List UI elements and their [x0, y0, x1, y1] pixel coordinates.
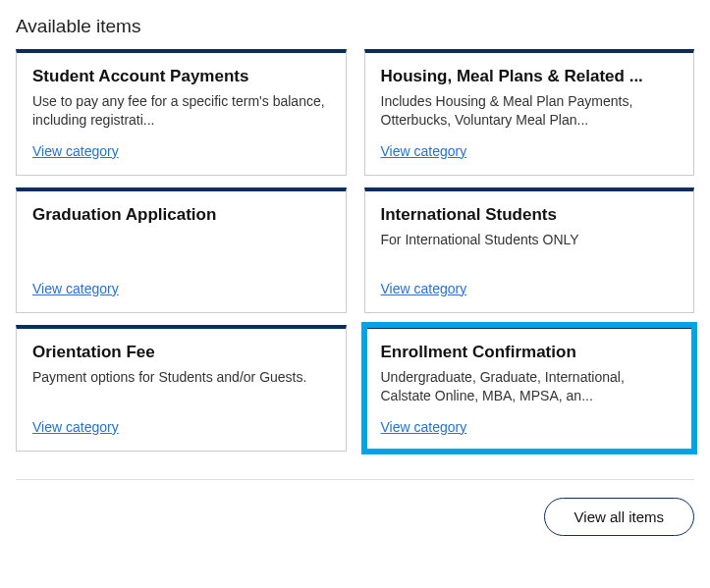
card-graduation-application: Graduation Application View category — [16, 187, 347, 313]
divider — [16, 479, 694, 480]
view-all-items-button[interactable]: View all items — [544, 498, 694, 536]
card-orientation-fee: Orientation Fee Payment options for Stud… — [16, 325, 347, 452]
card-title: Orientation Fee — [32, 343, 330, 362]
view-category-link[interactable]: View category — [381, 281, 467, 296]
available-items-section: Available items Student Account Payments… — [16, 16, 694, 536]
card-housing-meal-plans: Housing, Meal Plans & Related ... Includ… — [364, 49, 695, 176]
card-description: For International Students ONLY — [381, 231, 679, 267]
card-international-students: International Students For International… — [364, 187, 695, 313]
card-title: Graduation Application — [32, 205, 330, 225]
card-description — [32, 231, 330, 267]
card-title: International Students — [381, 205, 679, 225]
card-description: Use to pay any fee for a specific term's… — [32, 92, 330, 130]
card-grid: Student Account Payments Use to pay any … — [16, 49, 694, 452]
card-description: Undergraduate, Graduate, International, … — [381, 368, 679, 405]
card-enrollment-confirmation: Enrollment Confirmation Undergraduate, G… — [364, 325, 695, 452]
card-description: Payment options for Students and/or Gues… — [32, 368, 330, 405]
card-title: Housing, Meal Plans & Related ... — [381, 67, 679, 86]
card-title: Student Account Payments — [32, 67, 330, 86]
view-category-link[interactable]: View category — [32, 419, 119, 435]
card-description: Includes Housing & Meal Plan Payments, O… — [381, 92, 679, 130]
section-title: Available items — [16, 16, 694, 37]
view-category-link[interactable]: View category — [381, 143, 467, 159]
card-student-account-payments: Student Account Payments Use to pay any … — [16, 49, 347, 176]
view-category-link[interactable]: View category — [381, 419, 467, 435]
view-category-link[interactable]: View category — [32, 281, 119, 296]
footer: View all items — [16, 498, 694, 536]
card-title: Enrollment Confirmation — [381, 343, 679, 362]
view-category-link[interactable]: View category — [32, 143, 119, 159]
